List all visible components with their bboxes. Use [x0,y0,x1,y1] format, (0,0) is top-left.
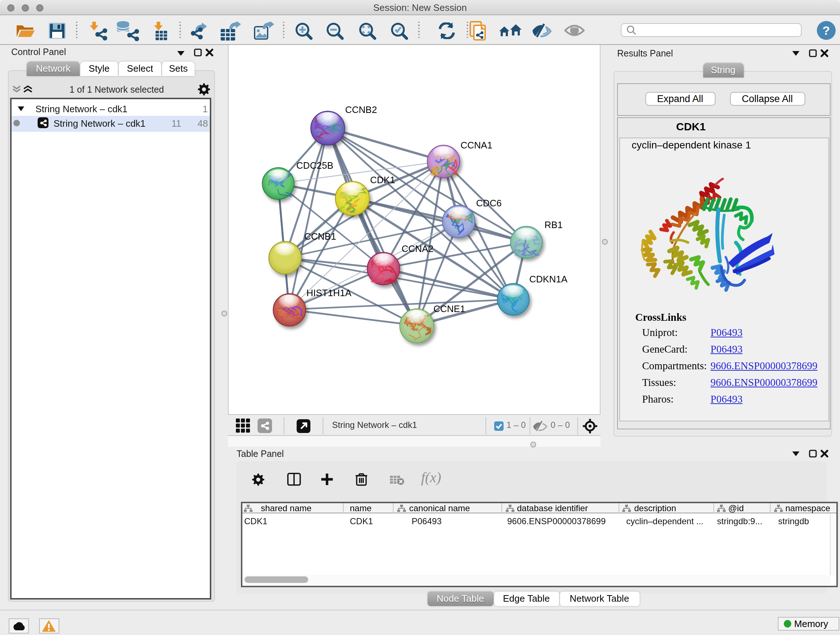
svg-text:?: ? [823,24,830,37]
